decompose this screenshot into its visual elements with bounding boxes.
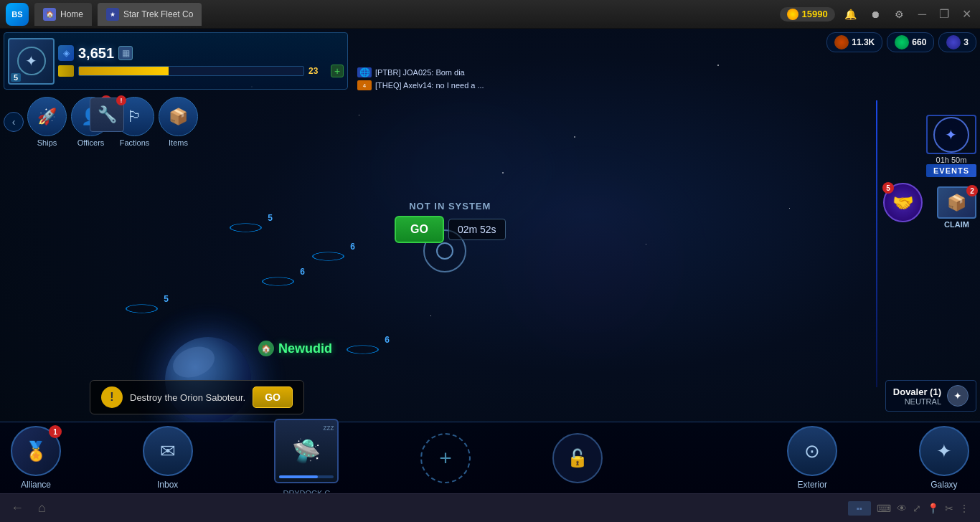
chat-overlay: 🌐 [PTBR] JOA025: Bom dia 4 [THEQ] Axelv1…: [352, 66, 603, 92]
bs-system-icons: ▪▪ ⌨ 👁 ⤢ 📍 ✂ ⋮: [848, 501, 969, 516]
coins-value: 15990: [802, 9, 828, 19]
bs-more-icon[interactable]: ⋮: [959, 503, 969, 514]
exterior-icon: ⊙: [787, 426, 837, 476]
bs-cut-icon[interactable]: ✂: [945, 503, 953, 514]
bs-expand-icon[interactable]: ⤢: [913, 503, 921, 514]
game-tab[interactable]: ★ Star Trek Fleet Co: [98, 3, 202, 26]
drydock-label: DRYDOCK C: [283, 489, 331, 494]
not-in-system-panel: NOT IN SYSTEM GO 02m 52s: [395, 201, 506, 243]
events-icon: ✦: [926, 115, 976, 154]
add-ship-btn[interactable]: +: [420, 433, 471, 483]
chat-msg-1-text: [PTBR] JOA025: Bom dia: [375, 68, 465, 77]
bs-screen-icon[interactable]: ▪▪: [848, 501, 871, 516]
galaxy-btn[interactable]: ✦ Galaxy: [919, 426, 969, 490]
star: [789, 208, 790, 209]
special-resource[interactable]: 3: [938, 32, 976, 52]
bottom-taskbar: 🏅 1 Alliance ✉ Inbox 🛸 zzz DRYDOCK C +: [0, 422, 980, 493]
asteroid-group-3[interactable]: 6: [262, 272, 294, 290]
go-button[interactable]: GO: [395, 216, 444, 243]
items-label: Items: [169, 138, 188, 147]
claim-icon: 📦 2: [937, 186, 976, 219]
ship-health-bar: [279, 475, 334, 478]
bs-home-btn[interactable]: ⌂: [38, 500, 46, 516]
items-icon: 📦: [159, 97, 198, 136]
chat-msg-1[interactable]: 🌐 [PTBR] JOA025: Bom dia: [352, 66, 603, 79]
home-tab[interactable]: 🏠 Home: [34, 3, 92, 26]
events-trek-logo: ✦: [933, 117, 969, 153]
asteroid-group-1[interactable]: 5: [230, 219, 262, 237]
chat-msg-2-text: [THEQ] Axelv14: no I need a ...: [375, 81, 484, 90]
coin-icon: [787, 9, 798, 20]
crystal-resource[interactable]: 660: [887, 32, 934, 52]
galaxy-label: Galaxy: [930, 480, 957, 490]
inbox-btn[interactable]: ✉ Inbox: [143, 426, 193, 490]
wrench-panel[interactable]: 🔧 !: [90, 98, 124, 132]
alliance-btn[interactable]: 🏅 1 Alliance: [11, 426, 61, 490]
nav-item-items[interactable]: 📦 Items: [159, 97, 198, 147]
coins-display: 15990: [780, 7, 835, 22]
minimize-btn[interactable]: ─: [915, 8, 929, 21]
bs-keyboard-icon[interactable]: ⌨: [877, 503, 891, 514]
power-detail-btn[interactable]: ▦: [118, 46, 133, 60]
power-icon: ◈: [58, 45, 74, 61]
location-status: NEUTRAL: [893, 397, 941, 406]
player-level: 5: [11, 73, 21, 82]
xp-fill: [79, 67, 169, 75]
claim-badge: 2: [966, 185, 978, 196]
asteroid-group-2[interactable]: 6: [312, 247, 344, 265]
settings-btn[interactable]: ⚙: [891, 6, 908, 23]
add-icon: +: [420, 433, 471, 483]
asteroid-label-1: 5: [268, 213, 273, 223]
exterior-btn[interactable]: ⊙ Exterior: [787, 426, 837, 490]
xp-plus-btn[interactable]: +: [331, 65, 344, 77]
asteroid-label-3: 6: [300, 267, 305, 277]
location-name: Dovaler (1): [893, 386, 941, 397]
asteroid-group-5[interactable]: 6: [347, 341, 379, 359]
bs-location-icon[interactable]: 📍: [927, 503, 939, 514]
bs-back-btn[interactable]: ←: [11, 500, 24, 516]
asteroid-ring: [312, 252, 344, 261]
asteroid-ring: [347, 345, 379, 354]
location-info: Dovaler (1) NEUTRAL ✦: [885, 380, 976, 412]
asteroid-label-4: 5: [164, 294, 169, 304]
location-icon[interactable]: ✦: [947, 385, 969, 407]
mission-text: Destroy the Orion Saboteur.: [130, 392, 245, 403]
nav-item-ships[interactable]: 🚀 Ships: [27, 97, 67, 147]
mission-banner: ! Destroy the Orion Saboteur. GO: [90, 380, 304, 414]
inbox-label: Inbox: [157, 480, 178, 490]
mission-warning-icon: !: [101, 386, 123, 408]
restore-btn[interactable]: ❐: [936, 7, 952, 21]
claim-button[interactable]: 📦 2 CLAIM: [937, 186, 976, 229]
events-button[interactable]: ✦ 01h 50m EVENTS: [926, 115, 976, 177]
asteroid-ring: [230, 223, 262, 232]
mission-go-btn[interactable]: GO: [253, 386, 293, 408]
close-btn[interactable]: ✕: [959, 7, 974, 21]
player-avatar[interactable]: ✦ 5: [8, 38, 55, 85]
bs-eye-icon[interactable]: 👁: [897, 503, 907, 514]
star: [430, 315, 431, 316]
resources-hud: 11.3K 660 3: [826, 32, 976, 52]
lock-slot-btn[interactable]: 🔓: [552, 433, 603, 483]
notification-btn[interactable]: 🔔: [842, 6, 859, 23]
ship-image: 🛸: [292, 437, 321, 465]
wrench-btn[interactable]: 🔧 !: [90, 98, 124, 132]
factions-label: Factions: [120, 138, 150, 147]
ore-resource[interactable]: 11.3K: [826, 32, 882, 52]
game-tab-label: Star Trek Fleet Co: [123, 9, 193, 19]
star: [717, 65, 719, 66]
special-icon: [946, 35, 961, 49]
bluestacks-taskbar: ← ⌂ ▪▪ ⌨ 👁 ⤢ 📍 ✂ ⋮: [0, 493, 980, 522]
ore-icon: [834, 35, 849, 49]
newudid-label[interactable]: 🏠 Newudid: [258, 341, 332, 356]
planet-name: Newudid: [278, 341, 332, 356]
recording-btn[interactable]: ⏺: [867, 6, 884, 23]
asteroid-label-2: 6: [350, 242, 355, 252]
nav-arrow-btn[interactable]: ‹: [4, 112, 24, 132]
ship-slot[interactable]: 🛸 zzz: [274, 419, 339, 483]
inbox-icon: ✉: [143, 426, 193, 476]
home-tab-label: Home: [60, 9, 83, 19]
chat-msg-2[interactable]: 4 [THEQ] Axelv14: no I need a ...: [352, 79, 603, 92]
asteroid-group-4[interactable]: 5: [126, 300, 158, 318]
diplomacy-btn[interactable]: 🤝 5: [883, 183, 923, 222]
xp-bar-row: 23 +: [58, 65, 344, 77]
